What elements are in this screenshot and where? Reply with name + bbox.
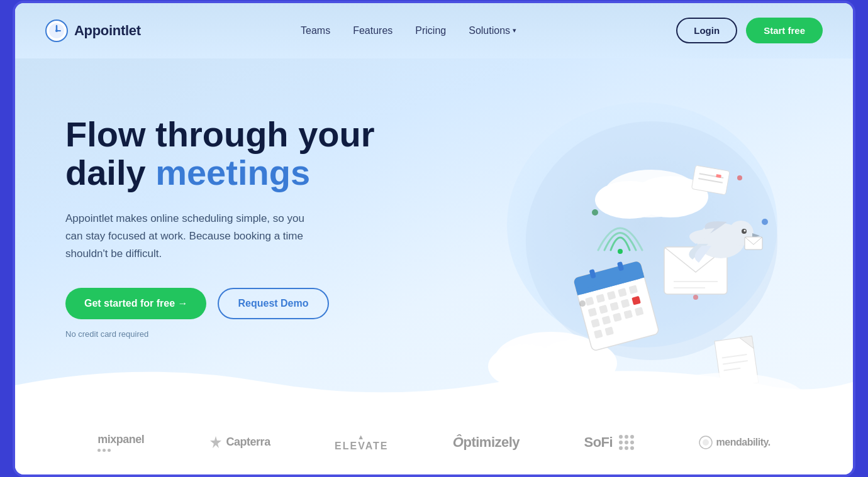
svg-point-55 [737, 175, 742, 180]
svg-point-57 [579, 300, 586, 307]
nav-solutions[interactable]: Solutions ▾ [469, 25, 516, 36]
brand-elevate: ▲ ELEVATE [335, 433, 388, 452]
svg-point-53 [592, 209, 598, 216]
svg-point-60 [703, 439, 709, 446]
brand-mendability-text: mendability. [716, 437, 771, 448]
request-demo-button[interactable]: Request Demo [218, 288, 328, 319]
brand-optimizely-text: Ôptimizely [453, 434, 520, 451]
capterra-icon [209, 436, 223, 449]
brand-sofi-text: SoFi [584, 434, 613, 451]
brands-section: mixpanel Capterra ▲ ELEVATE Ôptimizely [15, 410, 853, 474]
nav-features[interactable]: Features [353, 25, 392, 36]
mendability-icon [699, 436, 713, 449]
hero-illustration [392, 96, 803, 398]
page-container: Appointlet Teams Features Pricing Soluti… [13, 1, 855, 477]
brand-optimizely: Ôptimizely [453, 434, 520, 451]
svg-point-54 [762, 219, 768, 225]
hero-subtitle: Appointlet makes online scheduling simpl… [65, 210, 317, 263]
mixpanel-dots [97, 449, 144, 452]
svg-point-42 [744, 229, 746, 231]
nav-actions: Login Start free [676, 18, 823, 43]
sofi-grid [619, 435, 634, 450]
brand-sofi: SoFi [584, 434, 635, 451]
svg-point-4 [55, 30, 58, 32]
no-credit-card-text: No credit card required [65, 329, 392, 339]
brand-mendability: mendability. [699, 436, 771, 449]
hero-buttons: Get started for free → Request Demo [65, 288, 392, 319]
nav-pricing[interactable]: Pricing [415, 25, 446, 36]
login-button[interactable]: Login [676, 18, 737, 43]
get-started-button[interactable]: Get started for free → [65, 288, 206, 319]
hero-section: Flow through your daily meetings Appoint… [15, 58, 853, 410]
nav-teams[interactable]: Teams [301, 25, 330, 36]
brand-mixpanel-text: mixpanel [97, 433, 144, 446]
nav-links: Teams Features Pricing Solutions ▾ [301, 25, 516, 36]
svg-marker-58 [210, 436, 221, 448]
start-free-button[interactable]: Start free [746, 18, 823, 43]
svg-point-34 [618, 249, 623, 254]
logo-text: Appointlet [74, 23, 141, 39]
navbar: Appointlet Teams Features Pricing Soluti… [15, 3, 853, 58]
logo[interactable]: Appointlet [45, 19, 141, 42]
chevron-down-icon: ▾ [513, 26, 516, 35]
brand-capterra-text: Capterra [226, 436, 270, 449]
svg-point-56 [693, 295, 698, 300]
hero-title: Flow through your daily meetings [65, 115, 392, 192]
brand-capterra: Capterra [209, 436, 270, 449]
logo-icon [45, 19, 68, 42]
wave-bottom [15, 360, 853, 410]
hero-left: Flow through your daily meetings Appoint… [65, 96, 392, 339]
brand-elevate-text: ELEVATE [335, 441, 388, 451]
brand-mixpanel: mixpanel [97, 433, 144, 452]
